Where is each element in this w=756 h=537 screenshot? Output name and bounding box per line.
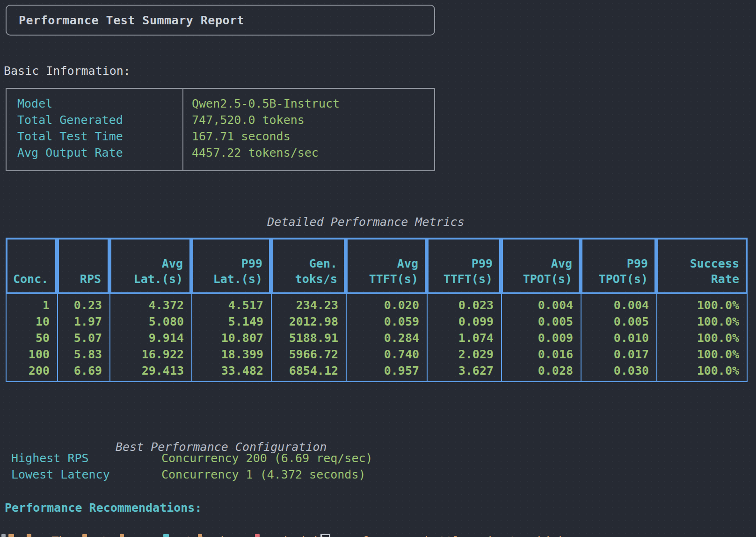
metrics-header-cell: P99 TPOT(s) bbox=[581, 238, 656, 294]
metric-cell: 0.23 bbox=[58, 297, 102, 313]
info-label: Total Generated bbox=[17, 112, 182, 128]
metrics-column: 0.0040.0050.0100.0170.030 bbox=[582, 294, 657, 381]
metric-cell: 100.0% bbox=[657, 363, 739, 379]
metric-cell: 2.029 bbox=[428, 346, 494, 363]
metric-cell: 1.074 bbox=[428, 330, 494, 346]
metric-cell: 0.023 bbox=[428, 297, 494, 313]
header-line: P99 bbox=[472, 256, 493, 271]
metric-cell: 100 bbox=[7, 346, 50, 363]
metrics-table-title: Detailed Performance Metrics bbox=[0, 214, 737, 230]
header-line: TTFT(s) bbox=[369, 271, 418, 287]
glyph-fragment bbox=[27, 534, 31, 537]
metric-cell: 100.0% bbox=[657, 297, 739, 313]
basic-info-table: Model Total Generated Total Test Time Av… bbox=[6, 88, 435, 171]
metric-cell: 9.914 bbox=[110, 330, 184, 346]
config-value: Concurrency 200 (6.69 req/sec) bbox=[161, 450, 373, 466]
metrics-header-cell: P99 Lat.(s) bbox=[191, 238, 271, 294]
header-line: Lat.(s) bbox=[213, 271, 262, 287]
header-line: Avg bbox=[397, 256, 418, 271]
header-line: RPS bbox=[80, 271, 101, 287]
glyph-fragment bbox=[120, 534, 124, 537]
glyph-fragment bbox=[255, 534, 260, 537]
metric-cell: 5.080 bbox=[110, 313, 184, 330]
metric-cell: 16.922 bbox=[110, 346, 184, 363]
metrics-column: 11050100200 bbox=[7, 294, 58, 381]
glyph-fragment bbox=[82, 534, 87, 537]
metrics-header-cell: Conc. bbox=[6, 238, 57, 294]
metric-cell: 2012.98 bbox=[272, 313, 338, 330]
metric-cell: 4.372 bbox=[110, 297, 184, 313]
config-label: Lowest Latency bbox=[11, 466, 110, 483]
info-label: Avg Output Rate bbox=[17, 145, 182, 161]
config-label: Highest RPS bbox=[11, 450, 89, 466]
header-line: TTFT(s) bbox=[443, 271, 493, 287]
basic-info-heading: Basic Information: bbox=[4, 63, 131, 79]
header-line: TPOT(s) bbox=[523, 271, 572, 287]
header-line: P99 bbox=[241, 256, 262, 271]
metric-cell: 6854.12 bbox=[272, 363, 338, 379]
header-line: P99 bbox=[627, 256, 648, 271]
metric-cell: 100.0% bbox=[657, 346, 739, 363]
header-line: Rate bbox=[711, 271, 739, 287]
metric-cell: 0.030 bbox=[582, 363, 649, 379]
metric-cell: 200 bbox=[7, 363, 50, 379]
metric-cell: 234.23 bbox=[272, 297, 338, 313]
report-title-box: Performance Test Summary Report bbox=[6, 5, 435, 36]
metric-cell: 100.0% bbox=[657, 330, 739, 346]
metric-cell: 0.005 bbox=[502, 313, 573, 330]
metric-cell: 100.0% bbox=[657, 313, 739, 330]
metric-cell: 0.020 bbox=[347, 297, 419, 313]
terminal-screen: Performance Test Summary Report Basic In… bbox=[0, 0, 756, 537]
metrics-header-cell: Gen. toks/s bbox=[271, 238, 346, 294]
metric-cell: 0.005 bbox=[582, 313, 649, 330]
metric-cell: 5.83 bbox=[58, 346, 102, 363]
metric-cell: 33.482 bbox=[192, 363, 263, 379]
metric-cell: 29.413 bbox=[110, 363, 184, 379]
report-title: Performance Test Summary Report bbox=[7, 14, 244, 27]
metrics-column: 0.0040.0050.0090.0160.028 bbox=[502, 294, 582, 381]
metric-cell: 0.004 bbox=[582, 297, 649, 313]
metric-cell: 1.97 bbox=[58, 313, 102, 330]
metric-cell: 3.627 bbox=[428, 363, 494, 379]
clipped-terminal-line bbox=[0, 533, 756, 537]
recommendations-heading: Performance Recommendations: bbox=[5, 500, 202, 516]
metric-cell: 0.016 bbox=[502, 346, 573, 363]
metric-cell: 0.957 bbox=[347, 363, 419, 379]
metrics-body: 110501002000.231.975.075.836.694.3725.08… bbox=[6, 294, 748, 382]
info-label: Total Test Time bbox=[17, 128, 182, 145]
metric-cell: 18.399 bbox=[192, 346, 263, 363]
metric-cell: 0.004 bbox=[502, 297, 573, 313]
header-line: Gen. bbox=[309, 256, 337, 271]
metric-cell: 5966.72 bbox=[272, 346, 338, 363]
metrics-header-cell: Success Rate bbox=[656, 238, 748, 294]
glyph-fragment bbox=[163, 534, 169, 537]
metrics-column: 0.0200.0590.2840.7400.957 bbox=[347, 294, 428, 381]
metrics-header-cell: Avg Lat.(s) bbox=[109, 238, 191, 294]
metric-cell: 0.009 bbox=[502, 330, 573, 346]
metrics-header-cell: Avg TTFT(s) bbox=[346, 238, 427, 294]
metric-cell: 4.517 bbox=[192, 297, 263, 313]
header-line: Avg bbox=[551, 256, 572, 271]
metrics-column: 234.232012.985188.915966.726854.12 bbox=[272, 294, 347, 381]
metric-cell: 50 bbox=[7, 330, 50, 346]
header-line: Conc. bbox=[13, 271, 48, 287]
basic-info-label-column: Model Total Generated Total Test Time Av… bbox=[7, 89, 183, 170]
header-line: TPOT(s) bbox=[599, 271, 648, 287]
metrics-header-cell: Avg TPOT(s) bbox=[501, 238, 581, 294]
metrics-header-cell: P99 TTFT(s) bbox=[427, 238, 501, 294]
metric-cell: 5188.91 bbox=[272, 330, 338, 346]
info-value: 747,520.0 tokens bbox=[192, 112, 434, 128]
metric-cell: 10.807 bbox=[192, 330, 263, 346]
metric-cell: 0.028 bbox=[502, 363, 573, 379]
config-value: Concurrency 1 (4.372 seconds) bbox=[161, 466, 366, 483]
metric-cell: 0.740 bbox=[347, 346, 419, 363]
header-line: Avg bbox=[162, 256, 183, 271]
metrics-column: 4.5175.14910.80718.39933.482 bbox=[192, 294, 272, 381]
metrics-column: 0.231.975.075.836.69 bbox=[58, 294, 110, 381]
metric-cell: 10 bbox=[7, 313, 50, 330]
metrics-column: 0.0230.0991.0742.0293.627 bbox=[428, 294, 502, 381]
header-line: Lat.(s) bbox=[134, 271, 183, 287]
metric-cell: 1 bbox=[7, 297, 50, 313]
metric-cell: 0.010 bbox=[582, 330, 649, 346]
metric-cell: 0.059 bbox=[347, 313, 419, 330]
